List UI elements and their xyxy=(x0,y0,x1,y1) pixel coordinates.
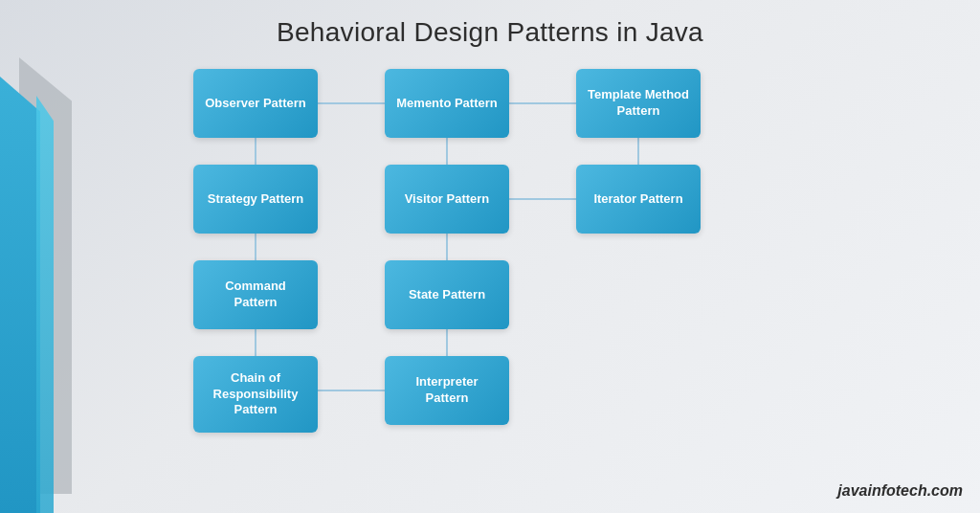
box-template[interactable]: Template Method Pattern xyxy=(576,69,701,138)
box-observer[interactable]: Observer Pattern xyxy=(193,69,318,138)
box-interpreter[interactable]: Interpreter Pattern xyxy=(385,356,509,425)
box-iterator[interactable]: Iterator Pattern xyxy=(576,165,701,234)
box-strategy[interactable]: Strategy Pattern xyxy=(193,165,318,234)
box-chain[interactable]: Chain of Responsibility Pattern xyxy=(193,356,318,433)
box-memento[interactable]: Memento Pattern xyxy=(385,69,509,138)
box-visitor[interactable]: Visitor Pattern xyxy=(385,165,509,234)
box-command[interactable]: Command Pattern xyxy=(193,260,318,329)
watermark: javainfotech.com xyxy=(837,482,963,500)
box-state[interactable]: State Pattern xyxy=(385,260,509,329)
pattern-diagram: Observer Pattern Strategy Pattern Comman… xyxy=(193,69,787,452)
main-content: Behavioral Design Patterns in Java xyxy=(0,0,980,513)
page-title: Behavioral Design Patterns in Java xyxy=(277,17,703,48)
